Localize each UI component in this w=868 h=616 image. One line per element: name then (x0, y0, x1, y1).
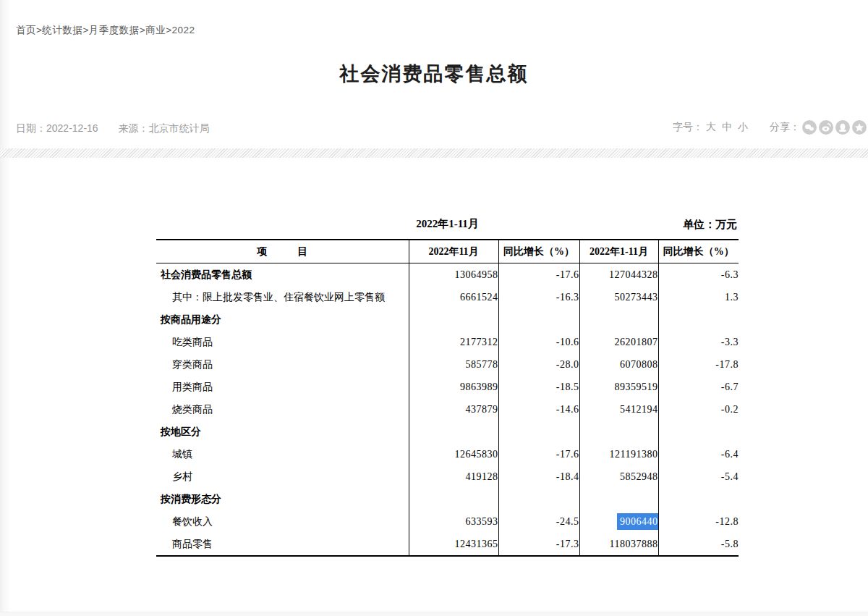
row-value: -17.3 (498, 533, 579, 556)
row-value: 127044328 (579, 263, 658, 287)
table-row: 用类商品9863989-18.589359519-6.7 (156, 376, 739, 398)
row-value: 437879 (409, 398, 498, 421)
font-size-option[interactable]: 中 (722, 121, 732, 132)
row-value (658, 308, 739, 331)
row-label: 吃类商品 (156, 331, 409, 353)
page-title: 社会消费品零售总额 (0, 61, 868, 87)
row-value: 9863989 (409, 376, 498, 398)
row-value: -0.2 (658, 398, 739, 421)
row-value: 12645830 (409, 443, 498, 465)
font-size-options: 大中小 (703, 121, 751, 134)
row-label: 城镇 (156, 443, 409, 465)
table-row: 吃类商品2177312-10.626201807-3.3 (156, 331, 739, 353)
row-value: 6661524 (409, 286, 498, 308)
breadcrumb: 首页>统计数据>月季度数据>商业>2022 (16, 24, 195, 37)
row-value: 585778 (409, 353, 498, 376)
breadcrumb-link[interactable]: 月季度数据 (89, 25, 140, 35)
row-value: -28.0 (498, 353, 579, 376)
row-value: 50273443 (579, 286, 658, 308)
col-header-month: 2022年11月 (409, 240, 498, 263)
row-value: 13064958 (409, 263, 498, 287)
row-value: 1.3 (658, 286, 739, 308)
selected-cell-value[interactable]: 9006440 (617, 513, 658, 530)
table-row: 按消费形态分 (156, 488, 739, 510)
font-size-label: 字号： (673, 121, 703, 134)
row-value (498, 308, 579, 331)
col-header-item: 项 目 (156, 240, 409, 263)
page-tools: 字号： 大中小 分享： (673, 120, 867, 135)
row-value: 633593 (409, 510, 498, 533)
table-caption: 2022年1-11月 (156, 217, 739, 231)
font-size-option[interactable]: 小 (738, 121, 748, 132)
row-label: 用类商品 (156, 376, 409, 398)
row-value: -3.3 (658, 331, 739, 353)
row-label: 餐饮收入 (156, 510, 409, 533)
row-value: -18.4 (498, 465, 579, 488)
row-value (409, 421, 498, 443)
row-value (579, 421, 658, 443)
breadcrumb-link[interactable]: 统计数据 (42, 25, 82, 35)
dotted-separator (0, 148, 868, 158)
row-value (498, 421, 579, 443)
row-value: 12431365 (409, 533, 498, 556)
source: 来源：北京市统计局 (119, 122, 210, 134)
statistics-table-area: 2022年1-11月 单位：万元 项 目 2022年11月 同比增长（%） 20… (156, 217, 739, 557)
row-value: 9006440 (579, 510, 658, 533)
wechat-icon[interactable] (802, 120, 817, 135)
table-row: 其中：限上批发零售业、住宿餐饮业网上零售额6661524-16.35027344… (156, 286, 739, 308)
row-label: 商品零售 (156, 533, 409, 556)
table-row: 城镇12645830-17.6121191380-6.4 (156, 443, 739, 465)
row-value: -12.8 (658, 510, 739, 533)
breadcrumb-link[interactable]: 首页 (16, 25, 36, 35)
table-row: 乡村419128-18.45852948-5.4 (156, 465, 739, 488)
row-value: -14.6 (498, 398, 579, 421)
row-label: 穿类商品 (156, 353, 409, 376)
publish-date: 日期：2022-12-16 (16, 122, 98, 134)
row-label: 社会消费品零售总额 (156, 263, 409, 287)
article-meta: 日期：2022-12-16 来源：北京市统计局 (16, 122, 210, 135)
row-value: -24.5 (498, 510, 579, 533)
table-unit: 单位：万元 (683, 218, 737, 232)
row-value: 2177312 (409, 331, 498, 353)
breadcrumb-link[interactable]: 2022 (172, 25, 195, 35)
font-size-option[interactable]: 大 (706, 121, 716, 132)
qzone-icon[interactable] (852, 120, 867, 135)
row-label: 按地区分 (156, 421, 409, 443)
row-value (658, 421, 739, 443)
row-value (409, 308, 498, 331)
row-value: -17.6 (498, 443, 579, 465)
row-label: 按消费形态分 (156, 488, 409, 510)
weibo-icon[interactable] (819, 120, 833, 135)
table-row: 按地区分 (156, 421, 739, 443)
row-label: 其中：限上批发零售业、住宿餐饮业网上零售额 (156, 286, 409, 308)
table-row: 按商品用途分 (156, 308, 739, 331)
row-value: 419128 (409, 465, 498, 488)
row-value: 5412194 (579, 398, 658, 421)
qq-icon[interactable] (835, 120, 850, 135)
row-value: -18.5 (498, 376, 579, 398)
row-value: -10.6 (498, 331, 579, 353)
table-body: 社会消费品零售总额13064958-17.6127044328-6.3其中：限上… (156, 263, 739, 557)
row-value (579, 308, 658, 331)
row-value: 121191380 (579, 443, 658, 465)
statistics-table: 项 目 2022年11月 同比增长（%） 2022年1-11月 同比增长（%） … (156, 239, 739, 557)
breadcrumb-link[interactable]: 商业 (145, 25, 166, 35)
col-header-yoy-cumulative: 同比增长（%） (658, 240, 739, 263)
row-label: 烧类商品 (156, 398, 409, 421)
table-row: 穿类商品585778-28.06070808-17.8 (156, 353, 739, 376)
row-value: -17.6 (498, 263, 579, 287)
table-row: 商品零售12431365-17.3118037888-5.8 (156, 533, 739, 556)
col-header-yoy-month: 同比增长（%） (498, 240, 579, 263)
row-value: 118037888 (579, 533, 658, 556)
row-value: 5852948 (579, 465, 658, 488)
table-caption-row: 2022年1-11月 单位：万元 (156, 217, 739, 239)
row-value: 6070808 (579, 353, 658, 376)
row-value (658, 488, 739, 510)
row-value: 89359519 (579, 376, 658, 398)
row-value: -6.3 (658, 263, 739, 287)
table-row: 社会消费品零售总额13064958-17.6127044328-6.3 (156, 263, 739, 287)
col-header-cumulative: 2022年1-11月 (579, 240, 658, 263)
row-value (409, 488, 498, 510)
row-value (579, 488, 658, 510)
row-value (498, 488, 579, 510)
